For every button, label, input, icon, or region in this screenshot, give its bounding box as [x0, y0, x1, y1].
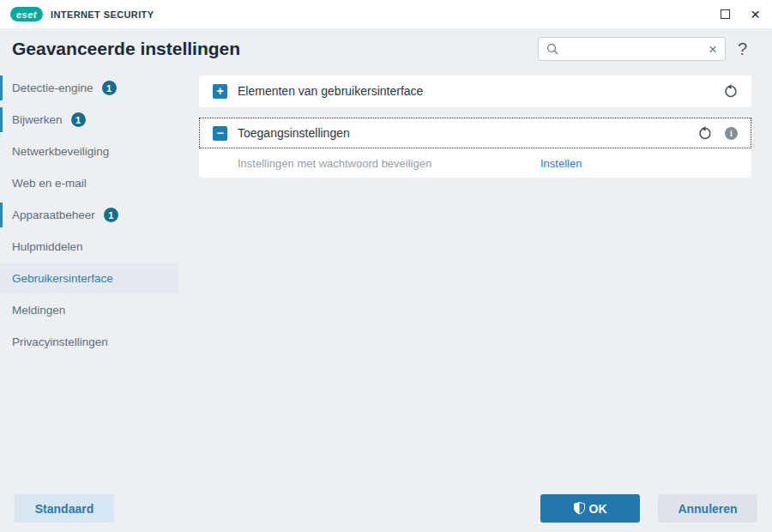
page-title: Geavanceerde instellingen [12, 39, 240, 59]
section-toegangsinstellingen: − Toegangsinstellingen i Instellingen me… [199, 118, 751, 178]
collapse-minus-icon[interactable]: − [213, 126, 227, 141]
sidebar-item-label: Gebruikersinterface [12, 272, 113, 285]
search-box[interactable]: × [538, 37, 726, 61]
attention-accent-bar [0, 76, 3, 100]
setting-label: Instellingen met wachtwoord beveiligen [238, 157, 540, 170]
sidebar-item-netwerkbeveiliging[interactable]: Netwerkbeveiliging [0, 136, 178, 167]
eset-logo: eset [10, 7, 43, 21]
attention-accent-bar [0, 107, 3, 132]
attention-count-badge: 1 [102, 81, 117, 95]
password-protect-setting-row: Instellingen met wachtwoord beveiligen I… [199, 148, 751, 178]
attention-count-badge: 1 [71, 112, 86, 127]
sidebar-item-meldingen[interactable]: Meldingen [0, 294, 178, 326]
sidebar-item-label: Bijwerken [12, 113, 63, 126]
window-controls: × [721, 6, 760, 22]
standaard-button[interactable]: Standaard [15, 494, 114, 523]
sidebar-item-label: Hulpmiddelen [12, 240, 83, 253]
section-header-focused[interactable]: − Toegangsinstellingen i [199, 118, 751, 148]
window-titlebar: eset INTERNET SECURITY × [0, 0, 772, 28]
attention-accent-bar [0, 203, 3, 227]
sidebar-item-label: Apparaatbeheer [12, 209, 95, 221]
info-icon[interactable]: i [725, 127, 738, 140]
search-input[interactable] [558, 43, 709, 56]
sidebar-item-label: Meldingen [12, 304, 65, 317]
product-name: INTERNET SECURITY [51, 9, 154, 20]
section-title: Elementen van gebruikersinterface [238, 84, 423, 98]
search-icon [546, 43, 558, 55]
sidebar-item-hulpmiddelen[interactable]: Hulpmiddelen [0, 231, 178, 263]
sidebar-item-label: Netwerkbeveiliging [12, 145, 109, 158]
instellen-link[interactable]: Instellen [540, 157, 582, 170]
help-icon[interactable]: ? [738, 39, 747, 59]
sidebar: Detectie-engine 1 Bijwerken 1 Netwerkbev… [0, 72, 197, 358]
sidebar-item-detectie-engine[interactable]: Detectie-engine 1 [0, 72, 178, 104]
sidebar-item-privacyinstellingen[interactable]: Privacyinstellingen [0, 326, 178, 358]
sidebar-item-gebruikersinterface[interactable]: Gebruikersinterface [0, 263, 178, 294]
sidebar-item-web-en-email[interactable]: Web en e-mail [0, 167, 178, 199]
section-header[interactable]: + Elementen van gebruikersinterface [199, 76, 751, 106]
ok-button-label: OK [589, 502, 607, 516]
attention-count-badge: 1 [104, 208, 118, 222]
standaard-button-label: Standaard [35, 502, 93, 516]
annuleren-button[interactable]: Annuleren [658, 494, 757, 523]
search-clear-icon[interactable]: × [709, 42, 717, 57]
revert-icon[interactable] [723, 84, 738, 99]
expand-plus-icon[interactable]: + [213, 84, 227, 99]
section-title: Toegangsinstellingen [238, 126, 350, 140]
sidebar-item-label: Detectie-engine [12, 82, 93, 94]
close-icon[interactable]: × [751, 6, 760, 22]
annuleren-button-label: Annuleren [678, 502, 737, 516]
sidebar-item-label: Web en e-mail [12, 177, 87, 190]
section-elementen-van-gebruikersinterface: + Elementen van gebruikersinterface [199, 76, 751, 107]
sidebar-item-bijwerken[interactable]: Bijwerken 1 [0, 104, 178, 136]
ok-button[interactable]: OK [540, 494, 640, 523]
sidebar-item-apparaatbeheer[interactable]: Apparaatbeheer 1 [0, 199, 178, 231]
maximize-icon[interactable] [721, 9, 730, 19]
uac-shield-icon [574, 502, 585, 515]
revert-icon[interactable] [697, 126, 712, 141]
sidebar-item-label: Privacyinstellingen [12, 336, 108, 348]
